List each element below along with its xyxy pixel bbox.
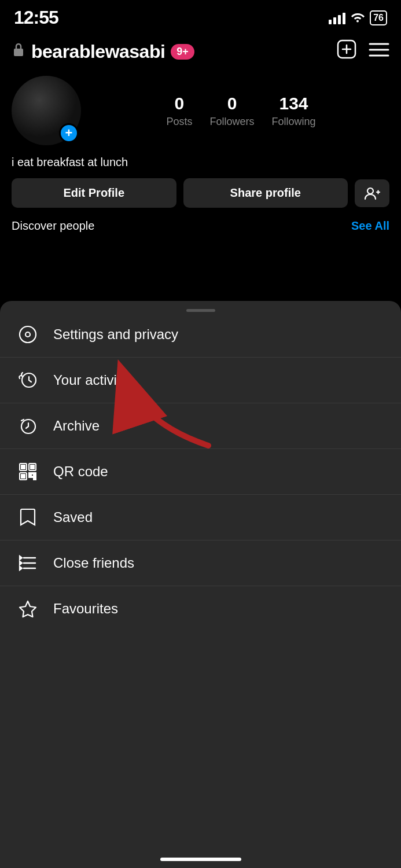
menu-item-favourites[interactable]: Favourites bbox=[0, 586, 401, 631]
svg-rect-21 bbox=[32, 473, 36, 474]
profile-stats: 0 Posts 0 Followers 134 Following bbox=[93, 94, 389, 128]
svg-rect-23 bbox=[34, 475, 36, 480]
svg-rect-0 bbox=[14, 49, 23, 56]
avatar-container: + bbox=[12, 76, 81, 145]
archive-label: Archive bbox=[53, 418, 100, 434]
following-stat[interactable]: 134 Following bbox=[272, 94, 316, 128]
battery-icon: 76 bbox=[370, 10, 387, 25]
followers-label: Followers bbox=[209, 116, 254, 128]
share-profile-button[interactable]: Share profile bbox=[183, 178, 348, 208]
menu-item-settings[interactable]: Settings and privacy bbox=[0, 312, 401, 358]
profile-header: bearablewasabi 9+ bbox=[0, 33, 401, 70]
following-count: 134 bbox=[279, 94, 308, 113]
edit-profile-button[interactable]: Edit Profile bbox=[12, 178, 176, 208]
favourites-label: Favourites bbox=[53, 601, 118, 617]
following-label: Following bbox=[272, 116, 316, 128]
menu-item-closefriends[interactable]: Close friends bbox=[0, 540, 401, 586]
notification-badge: 9+ bbox=[171, 44, 194, 60]
qrcode-icon bbox=[16, 462, 39, 481]
svg-point-11 bbox=[25, 332, 30, 337]
svg-point-7 bbox=[367, 188, 373, 194]
svg-rect-22 bbox=[29, 476, 32, 477]
saved-icon bbox=[16, 507, 39, 527]
action-buttons: Edit Profile Share profile bbox=[0, 178, 401, 208]
settings-icon bbox=[16, 325, 39, 344]
posts-stat[interactable]: 0 Posts bbox=[166, 94, 192, 128]
header-actions bbox=[336, 39, 389, 64]
activity-icon bbox=[16, 370, 39, 390]
bio-section: i eat breakfast at lunch bbox=[0, 151, 401, 178]
svg-rect-19 bbox=[21, 475, 25, 478]
bio-text: i eat breakfast at lunch bbox=[12, 156, 128, 168]
profile-section: + 0 Posts 0 Followers 134 Following bbox=[0, 70, 401, 151]
svg-rect-20 bbox=[29, 473, 31, 475]
svg-marker-27 bbox=[20, 556, 22, 560]
svg-marker-29 bbox=[20, 567, 22, 570]
svg-rect-18 bbox=[31, 465, 34, 469]
settings-label: Settings and privacy bbox=[53, 326, 178, 343]
followers-stat[interactable]: 0 Followers bbox=[209, 94, 254, 128]
add-avatar-button[interactable]: + bbox=[59, 123, 79, 143]
signal-icon bbox=[329, 12, 345, 24]
username-area: bearablewasabi 9+ bbox=[12, 41, 194, 62]
menu-item-activity[interactable]: Your activity bbox=[0, 358, 401, 403]
username-text: bearablewasabi bbox=[31, 41, 165, 62]
closefriends-label: Close friends bbox=[53, 555, 134, 571]
add-post-icon[interactable] bbox=[336, 39, 357, 64]
status-icons: 76 bbox=[329, 10, 387, 26]
svg-marker-28 bbox=[20, 561, 22, 565]
discover-label: Discover people bbox=[12, 219, 94, 233]
discover-section: Discover people See All bbox=[0, 208, 401, 238]
menu-item-qrcode[interactable]: QR code bbox=[0, 449, 401, 495]
see-all-button[interactable]: See All bbox=[351, 219, 389, 233]
menu-icon[interactable] bbox=[369, 41, 389, 62]
activity-label: Your activity bbox=[53, 372, 128, 388]
lock-icon bbox=[12, 42, 25, 62]
svg-marker-30 bbox=[20, 601, 36, 617]
menu-item-archive[interactable]: Archive bbox=[0, 403, 401, 449]
archive-icon bbox=[16, 416, 39, 436]
svg-point-10 bbox=[20, 326, 36, 343]
status-time: 12:55 bbox=[14, 7, 58, 28]
posts-count: 0 bbox=[175, 94, 185, 113]
saved-label: Saved bbox=[53, 509, 93, 525]
status-bar: 12:55 76 bbox=[0, 0, 401, 33]
followers-count: 0 bbox=[227, 94, 237, 113]
favourites-icon bbox=[16, 599, 39, 619]
closefriends-icon bbox=[16, 553, 39, 573]
posts-label: Posts bbox=[166, 116, 192, 128]
wifi-icon bbox=[350, 10, 365, 26]
menu-item-saved[interactable]: Saved bbox=[0, 495, 401, 540]
home-indicator bbox=[160, 858, 241, 861]
qrcode-label: QR code bbox=[53, 464, 108, 480]
add-person-button[interactable] bbox=[355, 179, 389, 207]
svg-rect-17 bbox=[21, 465, 25, 469]
bottom-sheet: Settings and privacy Your activity Archi… bbox=[0, 301, 401, 868]
